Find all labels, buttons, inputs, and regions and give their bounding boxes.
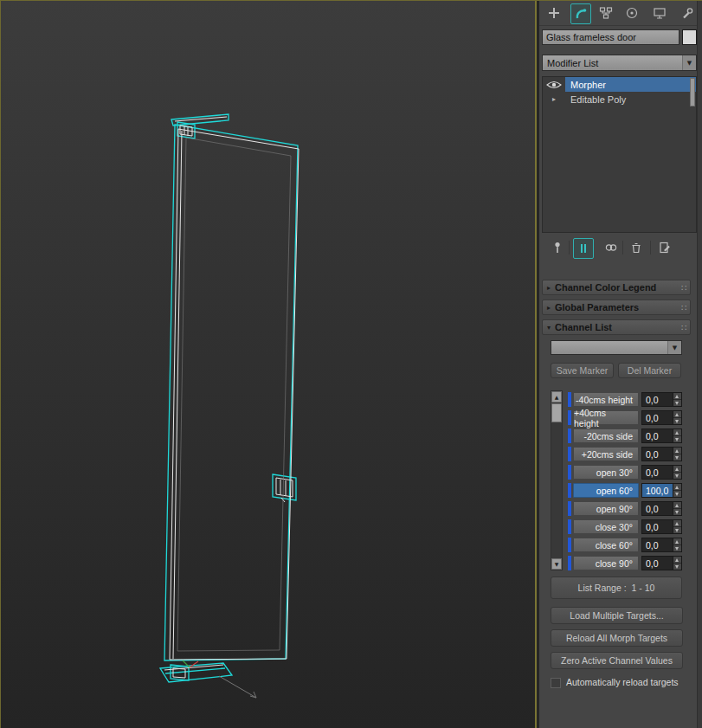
spinner-up-icon[interactable] bbox=[673, 411, 681, 418]
spinner-down-icon[interactable] bbox=[673, 400, 681, 406]
motion-tab-icon[interactable] bbox=[622, 3, 641, 23]
create-tab-icon[interactable] bbox=[544, 3, 564, 23]
channel-color-bar[interactable] bbox=[568, 392, 571, 407]
channel-value-spinner[interactable]: 0,0 bbox=[641, 519, 682, 534]
stack-item-label[interactable]: Morpher bbox=[565, 77, 696, 92]
channel-value-spinner[interactable]: 0,0 bbox=[641, 428, 682, 443]
spinner-down-icon[interactable] bbox=[673, 509, 681, 515]
grip-dots-icon[interactable]: ∷ bbox=[681, 283, 686, 293]
channel-button[interactable]: +20cms side bbox=[573, 447, 639, 461]
stack-scrollbar-thumb[interactable] bbox=[690, 78, 695, 106]
channel-button[interactable]: close 90° bbox=[573, 556, 639, 570]
stack-item-morpher[interactable]: Morpher bbox=[543, 77, 696, 92]
channel-color-bar[interactable] bbox=[568, 428, 571, 443]
spinner-up-icon[interactable] bbox=[673, 429, 681, 436]
rollout-global-parameters[interactable]: ▸ Global Parameters ∷ bbox=[542, 300, 691, 315]
show-end-result-icon[interactable] bbox=[573, 238, 594, 259]
make-unique-icon[interactable] bbox=[602, 238, 621, 257]
spinner-up-icon[interactable] bbox=[673, 502, 681, 509]
marker-select-dropdown[interactable]: ▼ bbox=[551, 340, 682, 355]
utilities-tab-icon[interactable] bbox=[678, 3, 697, 23]
channel-button[interactable]: -20cms side bbox=[573, 428, 639, 443]
grip-dots-icon[interactable]: ∷ bbox=[681, 303, 686, 312]
chevron-down-icon[interactable]: ▼ bbox=[667, 341, 681, 354]
modifier-list-dropdown[interactable]: Modifier List ▼ bbox=[542, 55, 697, 71]
channel-value-spinner[interactable]: 100,0 bbox=[641, 483, 682, 498]
eye-icon[interactable] bbox=[543, 80, 565, 90]
spinner-down-icon[interactable] bbox=[673, 418, 681, 424]
spinner-up-icon[interactable] bbox=[673, 466, 681, 473]
spinner-up-icon[interactable] bbox=[673, 520, 681, 527]
del-marker-button[interactable]: Del Marker bbox=[618, 363, 681, 378]
list-range-field[interactable]: List Range : 1 - 10 bbox=[551, 577, 682, 599]
stack-item-label[interactable]: Editable Poly bbox=[565, 92, 696, 106]
channel-color-bar[interactable] bbox=[568, 519, 571, 534]
rollout-channel-color-legend[interactable]: ▸ Channel Color Legend ∷ bbox=[542, 280, 691, 295]
spinner-down-icon[interactable] bbox=[673, 454, 681, 461]
spinner-up-icon[interactable] bbox=[673, 393, 681, 400]
channel-value-spinner[interactable]: 0,0 bbox=[641, 392, 682, 407]
channel-value-text: 0,0 bbox=[642, 411, 673, 424]
spinner-down-icon[interactable] bbox=[673, 491, 681, 497]
object-color-swatch[interactable] bbox=[682, 29, 697, 45]
spinner-down-icon[interactable] bbox=[673, 436, 681, 442]
pin-stack-icon[interactable] bbox=[548, 238, 567, 257]
channel-button[interactable]: open 30° bbox=[573, 465, 639, 480]
spinner-down-icon[interactable] bbox=[673, 473, 681, 479]
channel-color-bar[interactable] bbox=[568, 447, 571, 461]
modify-tab-icon[interactable] bbox=[570, 3, 591, 24]
channel-color-bar[interactable] bbox=[568, 538, 571, 552]
channel-value-spinner[interactable]: 0,0 bbox=[641, 410, 682, 425]
channel-button[interactable]: +40cms height bbox=[573, 410, 639, 425]
spinner-up-icon[interactable] bbox=[673, 448, 681, 454]
modifier-stack[interactable]: Morpher ▸ Editable Poly bbox=[542, 76, 697, 233]
chevron-down-icon[interactable]: ▼ bbox=[682, 55, 696, 70]
spinner-up-icon[interactable] bbox=[673, 484, 681, 491]
spinner-down-icon[interactable] bbox=[673, 527, 681, 533]
load-multiple-targets-button[interactable]: Load Multiple Targets... bbox=[551, 607, 683, 624]
grip-dots-icon[interactable]: ∷ bbox=[681, 323, 686, 332]
channel-value-spinner[interactable]: 0,0 bbox=[641, 447, 682, 461]
perspective-viewport[interactable] bbox=[0, 1, 536, 728]
channel-value-spinner[interactable]: 0,0 bbox=[641, 465, 682, 480]
rollout-channel-list[interactable]: ▾ Channel List ∷ bbox=[542, 319, 691, 335]
channel-color-bar[interactable] bbox=[568, 410, 571, 425]
scroll-down-icon[interactable]: ▼ bbox=[551, 558, 562, 570]
auto-reload-checkbox[interactable] bbox=[551, 678, 561, 688]
channel-value-spinner[interactable]: 0,0 bbox=[641, 556, 682, 570]
hierarchy-tab-icon[interactable] bbox=[596, 3, 615, 23]
spinner-up-icon[interactable] bbox=[673, 538, 681, 545]
channel-button[interactable]: -40cms height bbox=[573, 392, 639, 407]
save-marker-button[interactable]: Save Marker bbox=[551, 363, 614, 378]
reload-all-morph-targets-button[interactable]: Reload All Morph Targets bbox=[551, 629, 683, 647]
expand-arrow-icon[interactable]: ▸ bbox=[543, 95, 565, 103]
channel-color-bar[interactable] bbox=[568, 483, 571, 498]
configure-modifier-sets-icon[interactable] bbox=[655, 238, 674, 257]
scrollbar-thumb[interactable] bbox=[551, 403, 562, 422]
zero-active-channel-values-button[interactable]: Zero Active Channel Values bbox=[551, 652, 683, 669]
channel-list-scrollbar[interactable]: ▲ ▼ bbox=[551, 390, 563, 570]
channel-button[interactable]: close 60° bbox=[573, 538, 639, 552]
spinner-down-icon[interactable] bbox=[673, 564, 681, 570]
channel-button[interactable]: open 90° bbox=[573, 501, 639, 516]
channel-color-bar[interactable] bbox=[568, 501, 571, 516]
spinner-down-icon[interactable] bbox=[673, 545, 681, 551]
remove-modifier-icon[interactable] bbox=[627, 238, 646, 257]
scroll-up-icon[interactable]: ▲ bbox=[551, 391, 562, 403]
channel-button[interactable]: open 60° bbox=[573, 483, 639, 498]
object-name-text: Glass frameless door bbox=[546, 32, 636, 42]
object-name-field[interactable]: Glass frameless door bbox=[542, 29, 679, 45]
spinner-arrows bbox=[673, 484, 681, 497]
stack-item-editable-poly[interactable]: ▸ Editable Poly bbox=[543, 92, 696, 106]
channel-color-bar[interactable] bbox=[568, 465, 571, 480]
channel-button[interactable]: close 30° bbox=[573, 519, 639, 534]
channel-value-spinner[interactable]: 0,0 bbox=[641, 538, 682, 552]
panel-scrollbar[interactable] bbox=[697, 1, 702, 728]
display-tab-icon[interactable] bbox=[650, 3, 669, 23]
divider-line bbox=[569, 241, 570, 254]
channel-color-bar[interactable] bbox=[568, 556, 571, 570]
spinner-up-icon[interactable] bbox=[673, 557, 681, 564]
spinner-arrows bbox=[673, 466, 681, 479]
channel-value-spinner[interactable]: 0,0 bbox=[641, 501, 682, 516]
channel-value-text: 0,0 bbox=[642, 448, 673, 461]
